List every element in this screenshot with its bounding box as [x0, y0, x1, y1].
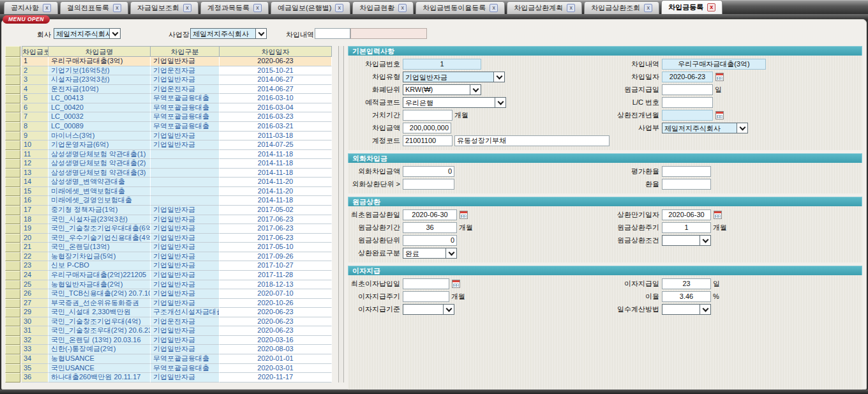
table-cell[interactable]: 14: [22, 178, 49, 187]
table-cell[interactable]: 미래에셋_경영인보험대출: [49, 196, 151, 206]
principal-repay-unit-field[interactable]: [403, 235, 457, 246]
table-row[interactable]: 3시설자금(23억3천)기업일반자금2014-06-27: [5, 75, 334, 85]
table-cell[interactable]: 2015-10-21: [220, 66, 332, 76]
table-row[interactable]: 23신보 P-CBO기업일반자금2017-10-27: [5, 261, 334, 271]
table-cell[interactable]: 2020-08-03: [220, 345, 332, 354]
fx-repay-unit-field[interactable]: [403, 179, 454, 190]
table-cell[interactable]: 2020-03-16: [220, 336, 332, 345]
row-selector[interactable]: [5, 243, 20, 252]
chevron-down-icon[interactable]: [700, 305, 710, 314]
table-cell[interactable]: 기업일반자금: [151, 224, 220, 234]
row-selector[interactable]: [5, 169, 20, 178]
table-cell[interactable]: 8: [22, 122, 49, 132]
table-cell[interactable]: 2020-01-01: [220, 354, 332, 364]
tab-차입금현황[interactable]: 차입금현황x: [352, 1, 414, 14]
table-cell[interactable]: 4: [22, 85, 49, 95]
table-cell[interactable]: 2014-11-18: [220, 150, 332, 160]
first-interest-pay-date-field[interactable]: [403, 278, 449, 289]
table-cell[interactable]: 신보 P-CBO: [49, 261, 151, 271]
row-selector[interactable]: [5, 206, 20, 215]
table-cell[interactable]: 2017-11-28: [220, 271, 332, 280]
table-cell[interactable]: 2016-03-23: [220, 112, 332, 122]
table-row[interactable]: 15미래에셋_변액보험대출2014-11-20: [5, 187, 334, 197]
table-cell[interactable]: 2020-10-26: [220, 299, 332, 308]
row-selector[interactable]: [5, 317, 20, 327]
table-cell[interactable]: LC_00089: [49, 122, 151, 132]
table-cell[interactable]: 기업일반자금: [151, 261, 220, 271]
table-cell[interactable]: 21: [22, 243, 49, 252]
table-cell[interactable]: 국민_시설자금(23억3천): [49, 215, 151, 225]
row-selector[interactable]: [5, 280, 20, 290]
table-cell[interactable]: 삼성생명단체보험 약관대출(1): [49, 150, 151, 160]
table-cell[interactable]: 2016-03-10: [220, 94, 332, 103]
row-selector[interactable]: [5, 178, 20, 187]
chevron-down-icon[interactable]: [737, 123, 747, 133]
lc-number-field[interactable]: [662, 97, 713, 108]
site-select[interactable]: 제일저지주식회사: [190, 28, 267, 39]
table-cell[interactable]: 국민_기술창조우대(2억) 20.6.23: [49, 326, 151, 336]
table-cell[interactable]: 2020-06-23: [220, 308, 332, 317]
table-cell[interactable]: 2017-06-23: [220, 215, 332, 225]
principal-repay-cycle-field[interactable]: [662, 222, 711, 233]
table-cell[interactable]: 기업일반자금: [151, 252, 220, 262]
chevron-down-icon[interactable]: [109, 29, 120, 38]
interest-pay-cycle-field[interactable]: [403, 291, 449, 302]
loan-desc-filter-input-2[interactable]: [350, 28, 427, 39]
table-cell[interactable]: 27: [22, 299, 49, 308]
calendar-icon[interactable]: [714, 211, 722, 219]
table-cell[interactable]: 기업일반자금: [151, 243, 220, 252]
table-row[interactable]: 33신한(-)통장예금(2억)기업일반자금2020-08-03: [5, 345, 334, 354]
table-cell[interactable]: 기업일반자금: [151, 215, 220, 225]
table-cell[interactable]: 시설자금(23억3천): [49, 75, 151, 85]
table-cell[interactable]: 3: [22, 75, 49, 85]
chevron-down-icon[interactable]: [493, 72, 504, 82]
row-selector[interactable]: [5, 261, 20, 271]
table-row[interactable]: 21국민_온랜딩(13억)기업일반자금2017-05-10: [5, 243, 334, 252]
table-cell[interactable]: 9: [22, 132, 49, 141]
chevron-down-icon[interactable]: [445, 248, 456, 258]
tab-차입금상환계획[interactable]: 차입금상환계획x: [507, 1, 582, 14]
row-selector[interactable]: [5, 336, 20, 345]
pre-repay-month-field[interactable]: [662, 110, 713, 121]
row-selector[interactable]: [5, 103, 20, 113]
table-cell[interactable]: 기업일반자금: [151, 132, 220, 141]
table-cell[interactable]: 33: [22, 345, 49, 354]
calendar-icon[interactable]: [452, 280, 460, 288]
table-cell[interactable]: [151, 187, 220, 197]
table-row[interactable]: 16미래에셋_경영인보험대출2014-11-18: [5, 196, 334, 206]
table-cell[interactable]: 기업일반자금: [151, 336, 220, 345]
table-cell[interactable]: [151, 178, 220, 187]
table-row[interactable]: 10기업운영자금(6억)기업일반자금2014-07-25: [5, 140, 334, 150]
table-cell[interactable]: 36: [22, 373, 49, 383]
table-cell[interactable]: 기업일반자금: [151, 140, 220, 150]
row-selector[interactable]: [5, 187, 20, 197]
table-cell[interactable]: 2014-06-27: [220, 85, 332, 95]
fx-amount-field[interactable]: [403, 166, 454, 177]
table-cell[interactable]: 국민_온랜딩 (13억) 20.03.16: [49, 336, 151, 345]
table-row[interactable]: 11삼성생명단체보험 약관대출(1)2014-11-18: [5, 150, 334, 160]
table-cell[interactable]: 무역포괄금융대출: [151, 122, 220, 132]
table-cell[interactable]: 기업일반자금: [151, 206, 220, 215]
table-cell[interactable]: 기업일반자금: [151, 289, 220, 299]
row-selector[interactable]: [5, 75, 20, 85]
table-cell[interactable]: 무역포괄금융대출: [151, 364, 220, 374]
calendar-icon[interactable]: [715, 111, 724, 119]
principal-pay-day-field[interactable]: [662, 84, 713, 95]
table-cell[interactable]: 2017-05-10: [220, 243, 332, 252]
tab-close-icon[interactable]: x: [567, 4, 575, 12]
loan-desc-field[interactable]: [662, 59, 766, 70]
table-cell[interactable]: 24: [22, 271, 49, 280]
table-cell[interactable]: 국민_기술창조기업우대대출(6억): [49, 224, 151, 234]
table-cell[interactable]: 기업운전자금: [151, 317, 220, 327]
table-row[interactable]: 5LC_00413무역포괄금융대출2016-03-10: [5, 94, 334, 103]
table-cell[interactable]: 2014-07-25: [220, 140, 332, 150]
tab-자금일보조회[interactable]: 자금일보조회x: [130, 1, 198, 14]
division-combo[interactable]: 제일저지주식회사: [662, 123, 748, 133]
table-cell[interactable]: 기업일반자금: [151, 234, 220, 243]
table-cell[interactable]: 2014-11-18: [220, 159, 332, 169]
table-row[interactable]: 26국민_TCB신용대출(2억) 20.7.10기업일반자금2020-07-10: [5, 289, 334, 299]
table-row[interactable]: 2기업기보(16억5천)기업운전자금2015-10-21: [5, 66, 334, 76]
table-cell[interactable]: 29: [22, 308, 49, 317]
table-cell[interactable]: 20: [22, 234, 49, 243]
tab-close-icon[interactable]: x: [490, 4, 498, 12]
